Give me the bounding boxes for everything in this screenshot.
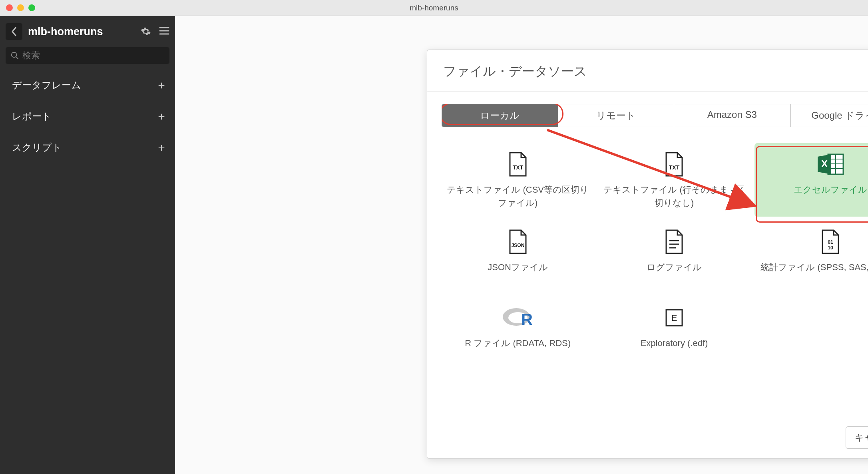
r-file-icon: R [502, 304, 534, 332]
source-log[interactable]: ログファイル [598, 221, 750, 293]
plus-icon[interactable]: ＋ [156, 78, 167, 93]
sidebar: mlb-homeruns データフレーム ＋ レポート ＋ スクリプト ＋ [0, 16, 175, 474]
log-file-icon [664, 228, 685, 256]
project-title: mlb-homeruns [28, 26, 135, 38]
source-location-tabs: ローカル リモート Amazon S3 Google ドライブ [442, 104, 868, 127]
window-title: mlb-homeruns [410, 4, 458, 12]
svg-text:TXT: TXT [669, 164, 680, 171]
plus-icon[interactable]: ＋ [156, 109, 167, 124]
stats-file-icon: 0110 [820, 228, 841, 256]
sidebar-item-label: スクリプト [12, 141, 62, 154]
card-label: JSONファイル [488, 261, 548, 274]
modal-header: ファイル・データソース [427, 50, 868, 92]
excel-file-icon: X [816, 150, 845, 178]
minimize-window-icon[interactable] [17, 4, 24, 11]
main-area: リックして い。 クしてくださ ファイル・データソース ローカル リモート Am… [175, 16, 868, 474]
svg-text:01: 01 [828, 239, 834, 245]
sidebar-item-dataframes[interactable]: データフレーム ＋ [0, 70, 175, 101]
svg-text:TXT: TXT [512, 164, 523, 171]
cancel-button[interactable]: キャンセル [846, 426, 868, 449]
card-label: ログファイル [647, 261, 702, 274]
search-input[interactable] [19, 50, 165, 61]
source-text-delimited[interactable]: TXT テキストファイル (CSV等の区切りファイル) [442, 143, 594, 217]
tab-local[interactable]: ローカル [442, 104, 558, 127]
card-label: Exploratory (.edf) [641, 337, 708, 350]
txt-file-icon: TXT [664, 150, 685, 178]
card-label: テキストファイル (CSV等の区切りファイル) [446, 183, 589, 209]
source-r[interactable]: R R ファイル (RDATA, RDS) [442, 297, 594, 368]
file-datasource-modal: ファイル・データソース ローカル リモート Amazon S3 Google ド… [427, 50, 868, 459]
sidebar-item-scripts[interactable]: スクリプト ＋ [0, 132, 175, 163]
plus-icon[interactable]: ＋ [156, 140, 167, 155]
svg-text:E: E [671, 313, 677, 323]
window-titlebar: mlb-homeruns [0, 0, 868, 16]
maximize-window-icon[interactable] [28, 4, 35, 11]
card-label: テキストファイル (行そのまま - 区切りなし) [603, 183, 745, 209]
svg-text:10: 10 [828, 245, 834, 251]
source-text-raw[interactable]: TXT テキストファイル (行そのまま - 区切りなし) [598, 143, 750, 217]
traffic-lights [0, 4, 35, 11]
txt-file-icon: TXT [508, 150, 528, 178]
back-button[interactable] [6, 23, 22, 40]
source-excel[interactable]: X エクセルファイル [755, 143, 868, 217]
menu-icon[interactable] [159, 26, 169, 37]
datasource-grid: TXT テキストファイル (CSV等の区切りファイル) TXT テキストファイル… [442, 143, 868, 368]
svg-text:R: R [521, 311, 533, 328]
source-stats[interactable]: 0110 統計ファイル (SPSS, SAS, STATA) [755, 221, 868, 293]
card-label: R ファイル (RDATA, RDS) [465, 337, 571, 350]
gear-icon[interactable] [141, 26, 151, 37]
card-label: 統計ファイル (SPSS, SAS, STATA) [760, 261, 868, 274]
tab-remote[interactable]: リモート [558, 104, 675, 127]
sidebar-item-label: データフレーム [12, 79, 81, 92]
card-label: エクセルファイル [794, 183, 867, 196]
svg-text:X: X [821, 158, 828, 169]
close-window-icon[interactable] [6, 4, 13, 11]
sidebar-item-reports[interactable]: レポート ＋ [0, 101, 175, 132]
chevron-left-icon [11, 27, 17, 36]
sidebar-item-label: レポート [12, 110, 52, 123]
edf-file-icon: E [664, 304, 685, 332]
json-file-icon: JSON [508, 228, 528, 256]
search-icon [10, 51, 19, 60]
tab-amazon-s3[interactable]: Amazon S3 [674, 104, 790, 127]
tab-google-drive[interactable]: Google ドライブ [790, 104, 868, 127]
source-json[interactable]: JSON JSONファイル [442, 221, 594, 293]
modal-title: ファイル・データソース [443, 63, 868, 80]
search-box[interactable] [6, 47, 169, 64]
source-exploratory[interactable]: E Exploratory (.edf) [598, 297, 750, 368]
svg-line-1 [16, 57, 18, 59]
svg-text:JSON: JSON [511, 243, 524, 248]
